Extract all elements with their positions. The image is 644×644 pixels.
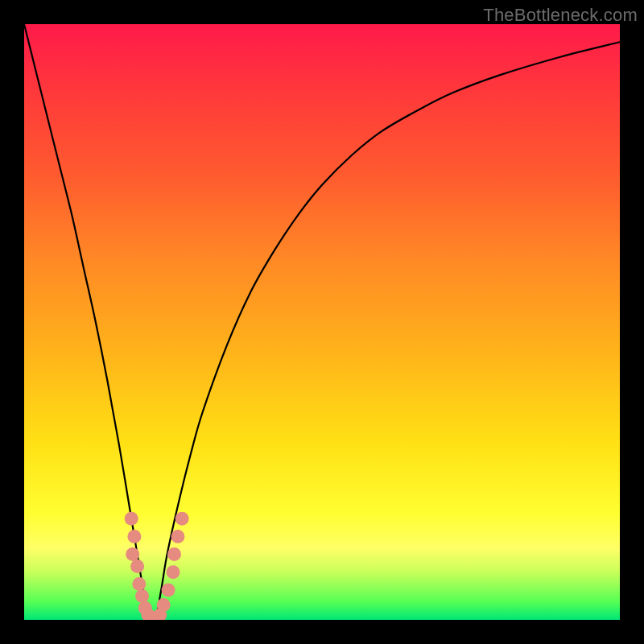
data-marker xyxy=(167,565,180,579)
curve-markers xyxy=(125,512,189,620)
data-marker xyxy=(162,584,175,597)
data-marker xyxy=(126,547,139,561)
data-marker xyxy=(157,598,171,612)
data-marker xyxy=(132,577,146,591)
bottleneck-curve xyxy=(24,24,620,620)
chart-frame: TheBottleneck.com xyxy=(0,0,644,644)
watermark-text: TheBottleneck.com xyxy=(483,5,638,26)
data-marker xyxy=(130,559,144,573)
data-marker xyxy=(175,512,189,526)
data-marker xyxy=(171,530,184,543)
data-marker xyxy=(127,530,141,543)
data-marker xyxy=(125,512,138,526)
curve-svg xyxy=(24,24,620,620)
plot-area xyxy=(24,24,620,620)
data-marker xyxy=(167,547,181,561)
data-marker xyxy=(135,589,149,603)
